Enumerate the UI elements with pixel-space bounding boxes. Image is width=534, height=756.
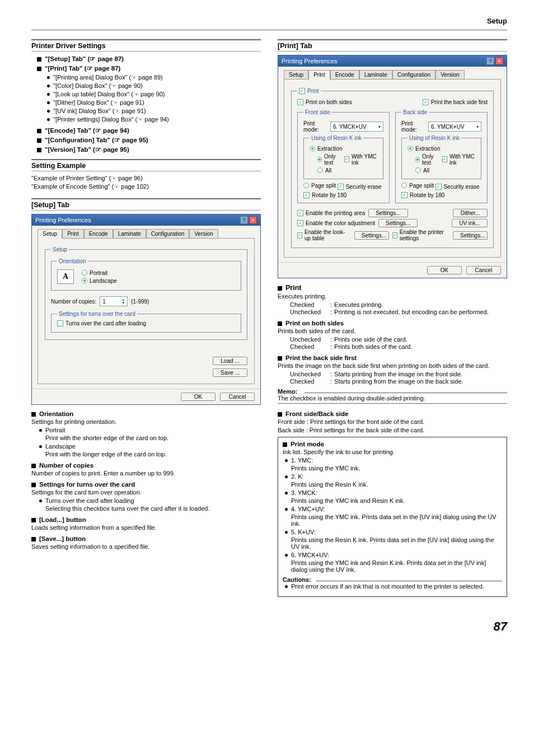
enable-printer-checkbox[interactable]: ✓Enable the printer settings — [392, 229, 449, 241]
color-settings-button[interactable]: Settings... — [378, 219, 418, 227]
tab-version[interactable]: Version — [435, 70, 464, 80]
front-all-radio[interactable]: All — [317, 167, 331, 174]
turns-bullet: Turns over the card after loading — [39, 497, 261, 504]
window-controls: ?× — [485, 57, 503, 65]
toc-configuration-tab[interactable]: "[Configuration] Tab" (☞ page 95) — [37, 136, 261, 144]
tab-print[interactable]: Print — [62, 229, 84, 239]
header-right: Setup — [31, 17, 507, 25]
back-first-checkbox[interactable]: ✓Print the back side first — [423, 99, 488, 105]
back-security-checkbox[interactable]: ✓Security erase — [435, 184, 480, 190]
pm-1: 1. YMC: — [285, 457, 502, 464]
h-turns-desc: Settings for the card turn over operatio… — [31, 489, 261, 496]
ok-button[interactable]: OK — [181, 393, 216, 401]
toc-setup-tab[interactable]: "[Setup] Tab" (☞ page 87) — [37, 55, 261, 63]
pm-6: 6. YMCK+UV: — [285, 552, 502, 558]
toc-printersettings[interactable]: "[Printer settings] Dialog Box" (☞ page … — [47, 116, 261, 123]
left-column: Printer Driver Settings "[Setup] Tab" (☞… — [31, 37, 261, 597]
back-resink-group: Using of Resin K ink Extraction Only tex… — [401, 135, 481, 179]
back-extraction-radio[interactable]: Extraction — [407, 146, 440, 152]
h-turns: Settings for turns over the card — [31, 481, 261, 488]
printer-settings-button[interactable]: Settings... — [453, 231, 488, 240]
toc-print-tab[interactable]: "[Print] Tab" (☞ page 87) — [37, 64, 261, 72]
tab-laminate[interactable]: Laminate — [113, 229, 146, 239]
tab-laminate[interactable]: Laminate — [359, 70, 392, 80]
toc-lookup[interactable]: "[Look up table] Dialog Box" (☞ page 90) — [47, 91, 261, 98]
h-save-desc: Saves setting information to a specified… — [31, 543, 261, 550]
print-checkbox[interactable]: ✓Print — [299, 88, 319, 94]
front-rotate-checkbox[interactable]: ✓Rotate by 180 — [303, 192, 346, 198]
back-pagesplit-radio[interactable]: Page split — [401, 183, 434, 189]
print-mode-box: Print mode Ink list. Specify the ink to … — [278, 437, 507, 597]
front-extraction-radio[interactable]: Extraction — [310, 146, 342, 152]
tab-configuration[interactable]: Configuration — [146, 229, 189, 239]
dialog-title: Printing Preferences — [282, 58, 338, 64]
enable-area-checkbox[interactable]: ✓Enable the printing area — [297, 210, 365, 216]
fb-back: Back side : Print settings for the back … — [278, 427, 507, 433]
h-copies-desc: Number of copies to print. Enter a numbe… — [31, 470, 261, 477]
portrait-desc: Print with the shorter edge of the card … — [45, 435, 261, 441]
back-all-radio[interactable]: All — [415, 167, 429, 174]
right-column: [Print] Tab Printing Preferences ?× Setu… — [278, 37, 507, 597]
tab-version[interactable]: Version — [189, 229, 218, 239]
close-icon[interactable]: × — [249, 216, 257, 224]
h-save: [Save...] button — [31, 535, 261, 542]
landscape-desc: Print with the longer edge of the card o… — [45, 451, 261, 458]
cancel-button[interactable]: Cancel — [466, 266, 501, 274]
area-settings-button[interactable]: Settings... — [368, 209, 407, 217]
memo-rule — [305, 393, 507, 393]
example-printer-setting[interactable]: "Example of Printer Setting" (☞ page 96) — [31, 175, 261, 182]
toc-uvink[interactable]: "[UV ink] Dialog Box" (☞ page 91) — [47, 108, 261, 115]
print-group: ✓Print ✓Print on both sides ✓Print the b… — [291, 87, 494, 248]
uvink-button[interactable]: UV ink... — [452, 219, 488, 227]
both-sides-checkbox[interactable]: ✓Print on both sides — [297, 99, 352, 105]
back-rotate-checkbox[interactable]: ✓Rotate by 180 — [401, 192, 444, 198]
portrait-item: Portrait — [39, 427, 261, 433]
front-mode-select[interactable]: 6. YMCK+UV▾ — [330, 122, 383, 132]
memo-text: The checkbox is enabled during double-si… — [278, 395, 507, 402]
h-print-mode: Print mode — [283, 441, 502, 447]
tab-encode[interactable]: Encode — [330, 70, 359, 80]
toc-printing-area[interactable]: "[Printing area] Dialog Box" (☞ page 89) — [47, 74, 261, 81]
toc-dither[interactable]: "[Dither] Dialog Box" (☞ page 91) — [47, 99, 261, 106]
print-tab-heading: [Print] Tab — [278, 39, 507, 52]
tab-setup[interactable]: Setup — [38, 229, 62, 239]
turns-checkbox[interactable]: Turns over the card after loading — [57, 320, 146, 326]
print-dialog: Printing Preferences ?× Setup Print Enco… — [278, 55, 507, 278]
cautions-text: Print error occurs if an ink that is not… — [285, 583, 502, 590]
save-button[interactable]: Save ... — [213, 368, 247, 377]
num-copies-input[interactable]: 1▲▼ — [100, 296, 128, 306]
toc-encode-tab[interactable]: "[Encode] Tab" (☞ page 94) — [37, 127, 261, 134]
help-icon[interactable]: ? — [486, 57, 494, 65]
landscape-radio[interactable]: Landscape — [82, 278, 117, 284]
tab-encode[interactable]: Encode — [84, 229, 113, 239]
ok-button[interactable]: OK — [427, 266, 462, 274]
back-withymc-checkbox[interactable]: ✓With YMC ink — [442, 153, 475, 166]
toc-color[interactable]: "[Color] Dialog Box" (☞ page 90) — [47, 82, 261, 90]
dither-button[interactable]: Dither... — [453, 209, 488, 217]
back-onlytext-radio[interactable]: Only text — [415, 153, 439, 166]
tab-print[interactable]: Print — [308, 70, 330, 80]
toc-version-tab[interactable]: "[Version] Tab" (☞ page 95) — [37, 146, 261, 153]
lookup-settings-button[interactable]: Settings... — [354, 231, 389, 240]
load-button[interactable]: Load ... — [213, 357, 247, 365]
cautions-label: Cautions: — [283, 576, 502, 583]
example-encode-setting[interactable]: "Example of Encode Setting" (☞ page 102) — [31, 183, 261, 190]
h-back-desc: Prints the image on the back side first … — [278, 362, 507, 369]
back-mode-select[interactable]: 6. YMCK+UV▾ — [428, 122, 481, 132]
tab-configuration[interactable]: Configuration — [392, 70, 435, 80]
enable-lookup-checkbox[interactable]: ✓Enable the look-up table — [297, 229, 351, 241]
tab-setup[interactable]: Setup — [284, 70, 308, 80]
cautions-rule — [316, 581, 502, 581]
h-load: [Load...] button — [31, 516, 261, 523]
front-pagesplit-radio[interactable]: Page split — [303, 183, 336, 189]
help-icon[interactable]: ? — [240, 216, 248, 224]
cancel-button[interactable]: Cancel — [220, 393, 255, 401]
close-icon[interactable]: × — [495, 57, 503, 65]
portrait-radio[interactable]: Portrait — [82, 270, 107, 276]
front-onlytext-radio[interactable]: Only text — [317, 153, 341, 166]
front-security-checkbox[interactable]: ✓Security erase — [338, 184, 382, 190]
setup-group: Setup Orientation A Portrait Landscape N… — [45, 246, 247, 340]
front-withymc-checkbox[interactable]: ✓With YMC ink — [344, 153, 377, 166]
enable-color-checkbox[interactable]: ✓Enable the color adjustment — [297, 220, 375, 226]
turns-bullet-desc: Selecting this checkbox turns over the c… — [45, 505, 261, 512]
